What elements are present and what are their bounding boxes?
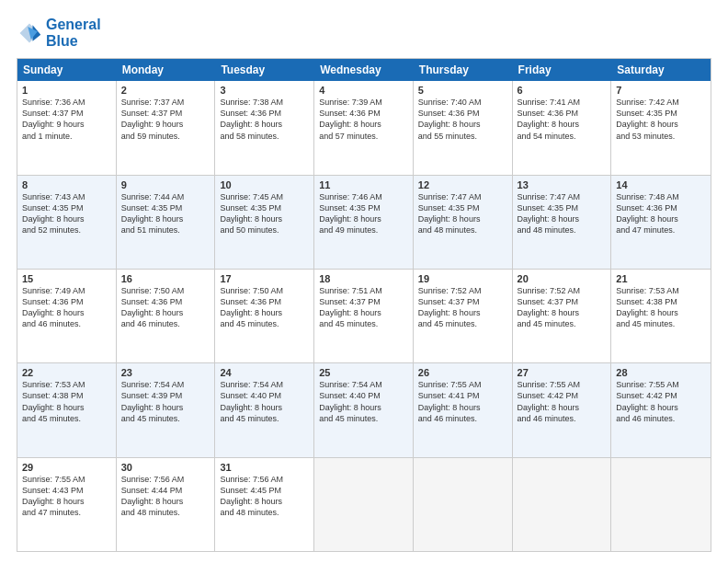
day-5: 5Sunrise: 7:40 AM Sunset: 4:36 PM Daylig…: [414, 81, 513, 174]
day-info: Sunrise: 7:43 AM Sunset: 4:35 PM Dayligh…: [22, 191, 111, 236]
day-11: 11Sunrise: 7:46 AM Sunset: 4:35 PM Dayli…: [314, 176, 414, 269]
day-info: Sunrise: 7:41 AM Sunset: 4:36 PM Dayligh…: [518, 97, 607, 142]
day-empty: [414, 458, 513, 551]
day-number: 28: [616, 367, 706, 378]
day-number: 12: [418, 179, 507, 190]
day-number: 3: [220, 85, 309, 96]
day-info: Sunrise: 7:44 AM Sunset: 4:35 PM Dayligh…: [121, 191, 210, 236]
day-info: Sunrise: 7:38 AM Sunset: 4:36 PM Dayligh…: [220, 97, 309, 142]
day-number: 7: [616, 85, 706, 96]
day-number: 6: [518, 85, 607, 96]
day-empty: [513, 458, 612, 551]
day-22: 22Sunrise: 7:53 AM Sunset: 4:38 PM Dayli…: [17, 363, 117, 456]
day-number: 16: [121, 273, 210, 284]
logo: General Blue: [17, 17, 101, 49]
day-number: 26: [418, 367, 507, 378]
day-29: 29Sunrise: 7:55 AM Sunset: 4:43 PM Dayli…: [17, 458, 117, 551]
day-info: Sunrise: 7:51 AM Sunset: 4:37 PM Dayligh…: [319, 285, 408, 330]
day-info: Sunrise: 7:36 AM Sunset: 4:37 PM Dayligh…: [22, 97, 111, 142]
day-info: Sunrise: 7:53 AM Sunset: 4:38 PM Dayligh…: [22, 379, 111, 424]
day-info: Sunrise: 7:39 AM Sunset: 4:36 PM Dayligh…: [319, 97, 408, 142]
day-info: Sunrise: 7:50 AM Sunset: 4:36 PM Dayligh…: [220, 285, 309, 330]
day-number: 19: [418, 273, 507, 284]
header-cell-monday: Monday: [117, 59, 216, 81]
day-27: 27Sunrise: 7:55 AM Sunset: 4:42 PM Dayli…: [513, 363, 612, 456]
day-info: Sunrise: 7:47 AM Sunset: 4:35 PM Dayligh…: [418, 191, 507, 236]
day-20: 20Sunrise: 7:52 AM Sunset: 4:37 PM Dayli…: [513, 270, 612, 362]
day-info: Sunrise: 7:56 AM Sunset: 4:45 PM Dayligh…: [220, 474, 309, 519]
day-15: 15Sunrise: 7:49 AM Sunset: 4:36 PM Dayli…: [17, 270, 117, 362]
day-number: 24: [220, 367, 309, 378]
day-number: 4: [319, 85, 408, 96]
day-13: 13Sunrise: 7:47 AM Sunset: 4:35 PM Dayli…: [513, 176, 612, 269]
day-2: 2Sunrise: 7:37 AM Sunset: 4:37 PM Daylig…: [117, 81, 216, 174]
day-16: 16Sunrise: 7:50 AM Sunset: 4:36 PM Dayli…: [117, 270, 216, 362]
day-number: 27: [518, 367, 607, 378]
day-23: 23Sunrise: 7:54 AM Sunset: 4:39 PM Dayli…: [117, 363, 216, 456]
day-number: 10: [220, 179, 309, 190]
header-cell-thursday: Thursday: [414, 59, 513, 81]
day-number: 9: [121, 179, 210, 190]
day-number: 5: [418, 85, 507, 96]
header-cell-wednesday: Wednesday: [314, 59, 414, 81]
day-8: 8Sunrise: 7:43 AM Sunset: 4:35 PM Daylig…: [17, 176, 117, 269]
day-info: Sunrise: 7:48 AM Sunset: 4:36 PM Dayligh…: [616, 191, 706, 236]
day-7: 7Sunrise: 7:42 AM Sunset: 4:35 PM Daylig…: [611, 81, 711, 174]
day-info: Sunrise: 7:54 AM Sunset: 4:40 PM Dayligh…: [220, 379, 309, 424]
day-info: Sunrise: 7:45 AM Sunset: 4:35 PM Dayligh…: [220, 191, 309, 236]
day-info: Sunrise: 7:47 AM Sunset: 4:35 PM Dayligh…: [518, 191, 607, 236]
day-26: 26Sunrise: 7:55 AM Sunset: 4:41 PM Dayli…: [414, 363, 513, 456]
day-info: Sunrise: 7:55 AM Sunset: 4:42 PM Dayligh…: [518, 379, 607, 424]
day-28: 28Sunrise: 7:55 AM Sunset: 4:42 PM Dayli…: [611, 363, 711, 456]
day-info: Sunrise: 7:56 AM Sunset: 4:44 PM Dayligh…: [121, 474, 210, 519]
day-1: 1Sunrise: 7:36 AM Sunset: 4:37 PM Daylig…: [17, 81, 117, 174]
day-number: 14: [616, 179, 706, 190]
logo-icon: [17, 20, 42, 46]
day-number: 17: [220, 273, 309, 284]
page: General Blue SundayMondayTuesdayWednesda…: [0, 0, 728, 563]
day-3: 3Sunrise: 7:38 AM Sunset: 4:36 PM Daylig…: [215, 81, 314, 174]
day-10: 10Sunrise: 7:45 AM Sunset: 4:35 PM Dayli…: [215, 176, 314, 269]
week-row-5: 29Sunrise: 7:55 AM Sunset: 4:43 PM Dayli…: [17, 457, 711, 551]
day-number: 11: [319, 179, 408, 190]
day-number: 31: [220, 462, 309, 473]
day-number: 2: [121, 85, 210, 96]
week-row-1: 1Sunrise: 7:36 AM Sunset: 4:37 PM Daylig…: [17, 81, 711, 174]
header: General Blue: [17, 17, 711, 49]
calendar-header-row: SundayMondayTuesdayWednesdayThursdayFrid…: [17, 59, 711, 81]
header-cell-saturday: Saturday: [611, 59, 711, 81]
day-14: 14Sunrise: 7:48 AM Sunset: 4:36 PM Dayli…: [611, 176, 711, 269]
day-31: 31Sunrise: 7:56 AM Sunset: 4:45 PM Dayli…: [215, 458, 314, 551]
day-number: 23: [121, 367, 210, 378]
day-6: 6Sunrise: 7:41 AM Sunset: 4:36 PM Daylig…: [513, 81, 612, 174]
day-30: 30Sunrise: 7:56 AM Sunset: 4:44 PM Dayli…: [117, 458, 216, 551]
day-info: Sunrise: 7:42 AM Sunset: 4:35 PM Dayligh…: [616, 97, 706, 142]
day-number: 13: [518, 179, 607, 190]
day-25: 25Sunrise: 7:54 AM Sunset: 4:40 PM Dayli…: [314, 363, 414, 456]
week-row-2: 8Sunrise: 7:43 AM Sunset: 4:35 PM Daylig…: [17, 175, 711, 269]
day-number: 1: [22, 85, 111, 96]
day-18: 18Sunrise: 7:51 AM Sunset: 4:37 PM Dayli…: [314, 270, 414, 362]
day-number: 30: [121, 462, 210, 473]
calendar-body: 1Sunrise: 7:36 AM Sunset: 4:37 PM Daylig…: [17, 81, 711, 551]
header-cell-friday: Friday: [513, 59, 612, 81]
header-cell-tuesday: Tuesday: [215, 59, 314, 81]
day-number: 15: [22, 273, 111, 284]
day-number: 20: [518, 273, 607, 284]
day-12: 12Sunrise: 7:47 AM Sunset: 4:35 PM Dayli…: [414, 176, 513, 269]
day-19: 19Sunrise: 7:52 AM Sunset: 4:37 PM Dayli…: [414, 270, 513, 362]
day-24: 24Sunrise: 7:54 AM Sunset: 4:40 PM Dayli…: [215, 363, 314, 456]
day-number: 21: [616, 273, 706, 284]
day-info: Sunrise: 7:53 AM Sunset: 4:38 PM Dayligh…: [616, 285, 706, 330]
day-info: Sunrise: 7:55 AM Sunset: 4:41 PM Dayligh…: [418, 379, 507, 424]
day-info: Sunrise: 7:37 AM Sunset: 4:37 PM Dayligh…: [121, 97, 210, 142]
day-21: 21Sunrise: 7:53 AM Sunset: 4:38 PM Dayli…: [611, 270, 711, 362]
day-4: 4Sunrise: 7:39 AM Sunset: 4:36 PM Daylig…: [314, 81, 414, 174]
day-empty: [314, 458, 414, 551]
day-number: 25: [319, 367, 408, 378]
day-info: Sunrise: 7:54 AM Sunset: 4:40 PM Dayligh…: [319, 379, 408, 424]
header-cell-sunday: Sunday: [17, 59, 117, 81]
week-row-4: 22Sunrise: 7:53 AM Sunset: 4:38 PM Dayli…: [17, 362, 711, 456]
calendar: SundayMondayTuesdayWednesdayThursdayFrid…: [17, 58, 711, 552]
day-9: 9Sunrise: 7:44 AM Sunset: 4:35 PM Daylig…: [117, 176, 216, 269]
